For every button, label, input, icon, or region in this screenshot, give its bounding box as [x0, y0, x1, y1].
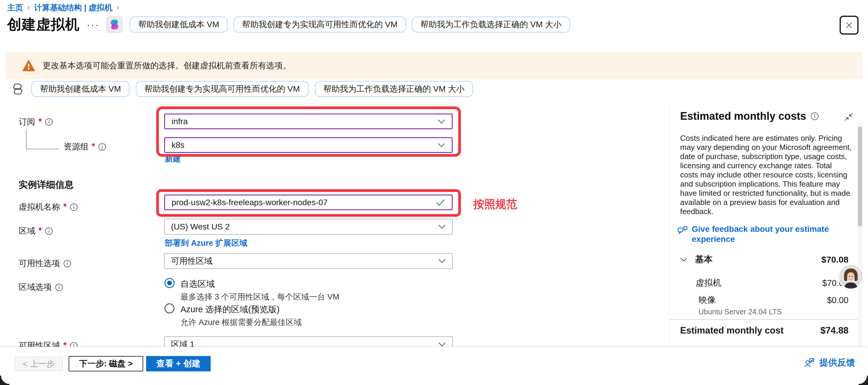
feedback-bubbles-icon — [677, 225, 688, 236]
close-button[interactable] — [840, 16, 859, 35]
chevron-down-icon — [438, 224, 446, 229]
copilot-logo-icon — [108, 18, 121, 31]
subscription-dropdown[interactable]: infra — [164, 114, 453, 129]
breadcrumb-home-link[interactable]: 主页 — [7, 2, 23, 13]
required-marker: * — [63, 202, 67, 212]
info-icon[interactable] — [55, 283, 63, 291]
breadcrumb-vm-link[interactable]: 计算基础结构 | 虚拟机 — [34, 2, 113, 13]
availability-options-label: 可用性选项 — [19, 258, 71, 269]
costs-disclaimer: Costs indicated here are estimates only.… — [680, 134, 852, 216]
suggestion-right-vm-size[interactable]: 帮助我为工作负载选择正确的 VM 大小 — [412, 17, 570, 33]
azure-select-zones-description: 允许 Azure 根据需要分配最佳区域 — [181, 317, 302, 328]
suggestion-high-availability-vm[interactable]: 帮助我创建专为实现高可用性而优化的 VM — [136, 81, 309, 97]
review-create-button[interactable]: 查看 + 创建 — [146, 356, 211, 372]
self-select-zones-description: 最多选择 3 个可用性区域，每个区域一台 VM — [181, 292, 339, 302]
info-icon[interactable] — [45, 227, 53, 235]
self-select-zones-label: 自选区域 — [181, 278, 215, 290]
warning-text: 更改基本选项可能会重置所做的选择。创建虚拟机前查看所有选项。 — [42, 60, 291, 71]
azure-select-zones-label: Azure 选择的区域(预览版) — [181, 304, 280, 316]
chevron-down-icon — [438, 143, 445, 147]
page-header: 创建虚拟机 ··· 帮助我创建低成本 VM 帮助我创建专为实现高可用性而优化的 … — [7, 15, 576, 34]
resource-group-label: 资源组 * — [64, 141, 106, 152]
suggestion-low-cost-vm[interactable]: 帮助我创建低成本 VM — [31, 81, 130, 97]
copilot-outline-icon — [11, 82, 25, 96]
cost-total-row: Estimated monthly cost $74.88 — [680, 325, 848, 336]
divider — [670, 319, 862, 320]
footer-bar: < 上一步 下一步: 磁盘 > 查看 + 创建 提供反馈 — [0, 347, 868, 385]
required-marker: * — [92, 141, 95, 151]
cost-item-row: 映像 $0.00 — [680, 294, 848, 306]
resource-group-dropdown[interactable]: k8s — [164, 137, 453, 153]
extended-zone-link[interactable]: 部署到 Azure 扩展区域 — [165, 238, 247, 248]
instance-details-section-title: 实例详细信息 — [19, 179, 74, 191]
region-label: 区域 * — [19, 225, 53, 236]
cost-total-amount: $74.88 — [820, 325, 848, 336]
chevron-down-icon — [680, 257, 687, 262]
page-title: 创建虚拟机 — [7, 15, 80, 34]
info-icon[interactable] — [70, 203, 78, 211]
vm-name-input[interactable]: prod-usw2-k8s-freeleaps-worker-nodes-07 — [164, 195, 453, 210]
warning-icon — [23, 60, 35, 71]
radio-azure-select-zones[interactable] — [164, 303, 175, 314]
estimate-feedback-link[interactable]: Give feedback about your estimate experi… — [677, 224, 846, 244]
create-new-resource-group-link[interactable]: 新建 — [165, 154, 181, 164]
cost-item-name: 虚拟机 — [695, 277, 721, 289]
assistant-avatar[interactable] — [839, 265, 863, 289]
estimated-costs-panel: Estimated monthly costs Costs indicated … — [669, 104, 862, 347]
cost-item-amount: $0.00 — [827, 295, 848, 305]
cost-item-name: 映像 — [699, 294, 716, 306]
vm-name-label: 虚拟机名称 * — [19, 201, 78, 213]
cost-group-row[interactable]: 基本 $70.08 — [680, 253, 848, 265]
provide-feedback-link[interactable]: 提供反馈 — [804, 357, 855, 369]
label-connector-line — [26, 129, 59, 149]
cost-group-amount: $70.08 — [821, 255, 848, 265]
costs-panel-title: Estimated monthly costs — [680, 110, 819, 122]
copilot-icon[interactable] — [106, 16, 123, 33]
chevron-down-icon — [438, 119, 445, 124]
suggestion-right-vm-size[interactable]: 帮助我为工作负载选择正确的 VM 大小 — [315, 81, 473, 97]
cost-item-row: 虚拟机 $70.08 — [680, 277, 848, 289]
suggestion-high-availability-vm[interactable]: 帮助我创建专为实现高可用性而优化的 VM — [234, 17, 406, 33]
breadcrumb: 主页 › 计算基础结构 | 虚拟机 › — [7, 2, 119, 13]
scrollbar-thumb[interactable] — [858, 127, 862, 226]
cost-group-name: 基本 — [695, 253, 713, 265]
chevron-down-icon — [438, 342, 446, 347]
create-vm-page: 主页 › 计算基础结构 | 虚拟机 › 创建虚拟机 ··· 帮助我创建低成本 V… — [0, 0, 868, 385]
next-disks-button[interactable]: 下一步: 磁盘 > — [69, 356, 143, 372]
breadcrumb-chevron-icon: › — [117, 3, 119, 12]
chevron-down-icon — [438, 259, 446, 263]
cost-total-label: Estimated monthly cost — [680, 325, 784, 336]
subscription-label: 订阅 * — [19, 116, 53, 127]
info-icon[interactable] — [63, 260, 71, 267]
info-icon[interactable] — [98, 143, 106, 151]
warning-banner: 更改基本选项可能会重置所做的选择。创建虚拟机前查看所有选项。 — [6, 52, 862, 79]
annotation-note: 按照规范 — [473, 197, 517, 212]
valid-check-icon — [436, 199, 445, 206]
info-icon[interactable] — [811, 112, 819, 120]
close-icon — [844, 21, 854, 30]
info-icon[interactable] — [45, 118, 53, 126]
zone-options-label: 区域选项 — [19, 282, 63, 293]
availability-options-dropdown[interactable]: 可用性区域 — [164, 253, 453, 269]
breadcrumb-chevron-icon: › — [27, 3, 30, 12]
region-dropdown[interactable]: (US) West US 2 — [164, 219, 453, 234]
copilot-suggestion-row: 帮助我创建低成本 VM 帮助我创建专为实现高可用性而优化的 VM 帮助我为工作负… — [11, 81, 479, 97]
required-marker: * — [38, 117, 42, 126]
more-menu-button[interactable]: ··· — [87, 19, 99, 30]
required-marker: * — [38, 226, 42, 235]
radio-self-select-zones[interactable] — [164, 278, 175, 288]
person-feedback-icon — [804, 357, 815, 368]
collapse-panel-icon[interactable] — [844, 113, 853, 122]
cost-item-detail: Ubuntu Server 24.04 LTS — [699, 308, 782, 316]
suggestion-low-cost-vm[interactable]: 帮助我创建低成本 VM — [130, 17, 228, 33]
previous-button[interactable]: < 上一步 — [15, 357, 63, 371]
